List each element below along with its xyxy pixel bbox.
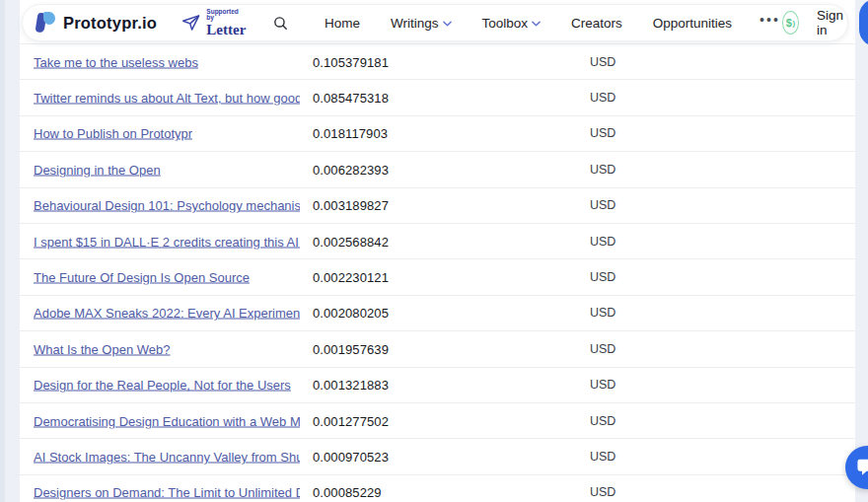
chevron-down-icon <box>532 21 541 27</box>
article-link[interactable]: Design for the Real People, Not for the … <box>34 378 291 393</box>
nav-item-creators[interactable]: Creators <box>571 16 622 31</box>
currency-label: USD <box>590 198 615 212</box>
currency-label: USD <box>590 378 615 392</box>
revenue-value: 0.002230121 <box>313 270 389 285</box>
wave-glyph: ) <box>792 19 795 28</box>
nav-item-label: Opportunities <box>653 16 732 31</box>
nav-item-home[interactable]: Home <box>325 16 360 31</box>
currency-label: USD <box>590 91 615 105</box>
revenue-value: 0.001957639 <box>313 341 389 356</box>
nav-item-label: Creators <box>571 16 622 31</box>
nav-item-label: Toolbox <box>482 16 529 31</box>
table-row: Twitter reminds us about Alt Text, but h… <box>20 79 855 114</box>
sign-up-button[interactable]: Sign up <box>859 0 868 46</box>
table-row: Take me to the useless webs 0.105379181 … <box>20 43 855 79</box>
article-link[interactable]: Designing in the Open <box>34 162 161 177</box>
article-link[interactable]: What Is the Open Web? <box>34 341 171 356</box>
search-icon <box>272 15 289 32</box>
article-link[interactable]: Behavioural Design 101: Psychology mecha… <box>34 198 300 213</box>
content-sheet: Take me to the useless webs 0.105379181 … <box>20 0 855 502</box>
table-row: The Future Of Design Is Open Source 0.00… <box>20 258 855 294</box>
revenue-value: 0.018117903 <box>313 126 388 141</box>
currency-label: USD <box>590 342 615 356</box>
table-row: Design for the Real People, Not for the … <box>20 367 855 402</box>
currency-label: USD <box>590 450 615 464</box>
letter-wordmark: Letter <box>206 23 247 37</box>
revenue-value: 0.085475318 <box>313 91 389 106</box>
letter-sponsor-link[interactable]: Supported by Letter <box>181 9 247 37</box>
table-row: I spent $15 in DALL·E 2 credits creating… <box>20 223 855 258</box>
article-link[interactable]: I spent $15 in DALL·E 2 credits creating… <box>34 234 300 249</box>
article-link[interactable]: AI Stock Images: The Uncanny Valley from… <box>34 449 300 464</box>
currency-label: USD <box>590 414 615 428</box>
revenue-value: 0.000970523 <box>313 449 389 464</box>
chat-bubble-icon <box>856 458 868 477</box>
web-monetization-icon[interactable]: $) <box>782 11 799 35</box>
search-button[interactable] <box>272 9 289 36</box>
dollar-glyph: $ <box>786 17 792 29</box>
nav-item-writings[interactable]: Writings <box>391 16 452 31</box>
revenue-value: 0.001277502 <box>313 413 389 428</box>
letter-paper-plane-icon <box>181 12 201 34</box>
revenue-value: 0.002080205 <box>313 306 389 321</box>
revenue-value: 0.006282393 <box>313 162 389 177</box>
currency-label: USD <box>590 485 615 499</box>
currency-label: USD <box>590 306 615 320</box>
article-link[interactable]: Take me to the useless webs <box>34 54 198 69</box>
article-link[interactable]: Designers on Demand: The Limit to Unlimi… <box>34 485 300 500</box>
articles-table: Take me to the useless webs 0.105379181 … <box>20 43 855 502</box>
window-edge-strip <box>0 0 5 502</box>
nav-item-label: Home <box>325 16 360 31</box>
article-link[interactable]: The Future Of Design Is Open Source <box>34 270 250 285</box>
currency-label: USD <box>590 163 615 177</box>
article-link[interactable]: How to Publish on Prototypr <box>34 126 192 141</box>
top-navbar: Prototypr.io Supported by Letter Home Wr… <box>22 4 848 41</box>
revenue-value: 0.003189827 <box>313 198 389 213</box>
more-menu-button[interactable]: ••• <box>758 12 782 34</box>
revenue-value: 0.105379181 <box>313 54 389 69</box>
table-row: Behavioural Design 101: Psychology mecha… <box>20 187 855 223</box>
brand-logo[interactable]: Prototypr.io <box>35 11 157 35</box>
nav-item-toolbox[interactable]: Toolbox <box>482 16 542 31</box>
currency-label: USD <box>590 235 615 249</box>
table-row: How to Publish on Prototypr 0.018117903 … <box>20 115 855 151</box>
table-row: Adobe MAX Sneaks 2022: Every AI Experime… <box>20 295 855 330</box>
primary-nav: Home Writings Toolbox Creators Opportuni… <box>325 16 732 31</box>
revenue-value: 0.00085229 <box>313 485 382 500</box>
table-row: Democratising Design Education with a We… <box>20 402 855 438</box>
nav-item-opportunities[interactable]: Opportunities <box>653 16 732 31</box>
table-row: What Is the Open Web? 0.001957639 USD <box>20 330 855 366</box>
currency-label: USD <box>590 126 615 140</box>
supported-by-label: Supported by <box>206 9 247 22</box>
sign-in-link[interactable]: Sign in <box>817 8 845 37</box>
table-row: Designers on Demand: The Limit to Unlimi… <box>20 474 855 502</box>
prototypr-logo-mark-icon <box>35 11 55 35</box>
revenue-value: 0.001321883 <box>313 378 389 393</box>
currency-label: USD <box>590 270 615 284</box>
table-row: Designing in the Open 0.006282393 USD <box>20 151 855 186</box>
article-link[interactable]: Adobe MAX Sneaks 2022: Every AI Experime… <box>34 306 300 321</box>
chevron-down-icon <box>443 21 452 27</box>
nav-item-label: Writings <box>391 16 439 31</box>
brand-name: Prototypr.io <box>63 14 157 33</box>
nav-right-group: $) Sign in Sign up <box>782 0 868 46</box>
currency-label: USD <box>590 55 615 69</box>
article-link[interactable]: Twitter reminds us about Alt Text, but h… <box>34 91 300 106</box>
article-link[interactable]: Democratising Design Education with a We… <box>34 413 300 428</box>
table-row: AI Stock Images: The Uncanny Valley from… <box>20 438 855 473</box>
revenue-value: 0.002568842 <box>313 234 389 249</box>
